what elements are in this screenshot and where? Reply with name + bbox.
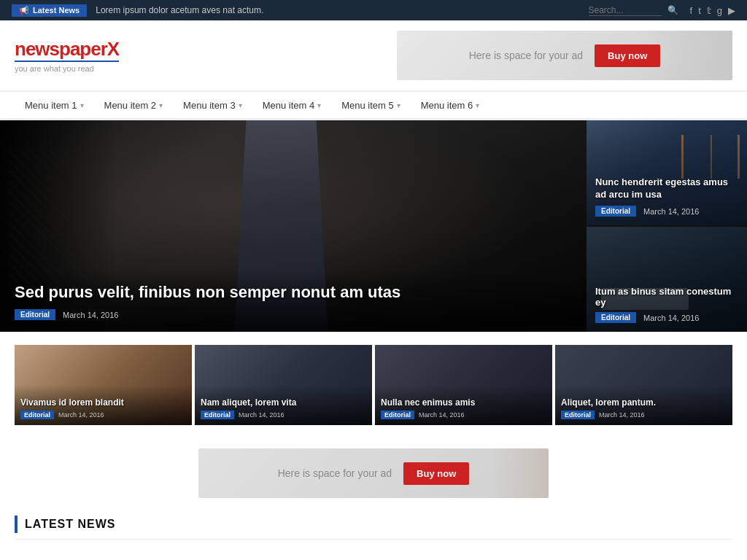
latest-news-title: LATEST NEWS	[25, 518, 115, 531]
nav-item-4[interactable]: Menu item 4 ▾	[252, 90, 332, 120]
hero-main-date: March 14, 2016	[63, 311, 118, 319]
thumb-caption-4: Aliquet, lorem pantum. Editorial March 1…	[555, 392, 732, 425]
ad-banner-2: Here is space for your ad Buy now	[198, 448, 549, 498]
nav-item-6[interactable]: Menu item 6 ▾	[411, 90, 490, 120]
thumb-date-3: March 14, 2016	[419, 411, 465, 419]
nav-item-1[interactable]: Menu item 1 ▾	[15, 90, 94, 120]
logo-tagline: you are what you read	[15, 61, 119, 73]
social-links: f t 𝕥 g ▶	[690, 5, 735, 16]
hero-top-right-title: Nunc hendrerit egestas amus ad arcu im u…	[595, 176, 738, 201]
thumb-meta-1: Editorial March 14, 2016	[20, 411, 186, 419]
logo-x: X	[107, 38, 119, 60]
ad-section-2: Here is space for your ad Buy now	[0, 438, 747, 508]
hero-main-meta: Editorial March 14, 2016	[15, 309, 572, 320]
latest-news-section: LATEST NEWS	[0, 508, 747, 560]
hero-bottom-right-badge: Editorial	[595, 312, 636, 323]
logo-text: newspaperX	[15, 38, 119, 61]
ticker-text: Lorem ipsum dolor acetum aves nat actum.	[96, 5, 579, 15]
thumb-title-1: Vivamus id lorem blandit	[20, 397, 186, 408]
thumb-title-4: Aliquet, lorem pantum.	[561, 397, 727, 408]
hero-bottom-right-title: Itum as binus sitam conestum ey	[595, 286, 738, 308]
hero-right-column: Nunc hendrerit egestas amus ad arcu im u…	[587, 120, 747, 332]
thumb-item-4[interactable]: Aliquet, lorem pantum. Editorial March 1…	[555, 345, 732, 425]
thumb-badge-2: Editorial	[201, 411, 234, 419]
thumb-badge-3: Editorial	[381, 411, 414, 419]
thumb-caption-1: Vivamus id lorem blandit Editorial March…	[15, 392, 192, 425]
ad-text-2: Here is space for your ad	[278, 467, 392, 479]
top-bar: 📢 Latest News Lorem ipsum dolor acetum a…	[0, 0, 747, 20]
nav-item-2[interactable]: Menu item 2 ▾	[94, 90, 174, 120]
youtube-icon[interactable]: ▶	[728, 5, 735, 16]
chevron-down-icon: ▾	[397, 101, 400, 109]
thumb-meta-3: Editorial March 14, 2016	[381, 411, 546, 419]
chevron-down-icon: ▾	[317, 101, 321, 109]
thumb-title-3: Nulla nec enimus amis	[381, 397, 546, 408]
chevron-down-icon: ▾	[80, 101, 84, 109]
thumb-meta-2: Editorial March 14, 2016	[201, 411, 366, 419]
search-area: 🔍	[589, 5, 678, 16]
title-bar-accent	[15, 516, 18, 533]
googleplus-icon[interactable]: g	[717, 5, 722, 16]
megaphone-icon: 📢	[19, 6, 29, 15]
hero-top-right-meta: Editorial March 14, 2016	[595, 206, 738, 217]
thumb-item-1[interactable]: Vivamus id lorem blandit Editorial March…	[15, 345, 192, 425]
hero-bottom-right-meta: Editorial March 14, 2016	[595, 312, 738, 323]
header: newspaperX you are what you read Here is…	[0, 20, 747, 91]
thumbnails-section: Vivamus id lorem blandit Editorial March…	[0, 332, 747, 438]
search-input[interactable]	[589, 5, 662, 16]
hero-main-article[interactable]: Sed purus velit, finibus non semper nonu…	[0, 120, 587, 332]
header-buy-now-button[interactable]: Buy now	[595, 44, 660, 67]
hero-bottom-right-article[interactable]: Itum as binus sitam conestum ey Editoria…	[587, 227, 747, 332]
hero-top-right-date: March 14, 2016	[643, 207, 699, 216]
header-ad-banner: Here is space for your ad Buy now	[397, 31, 732, 80]
latest-news-badge: 📢 Latest News	[12, 4, 87, 17]
thumb-date-1: March 14, 2016	[58, 411, 104, 419]
chevron-down-icon: ▾	[159, 101, 163, 109]
hero-main-title: Sed purus velit, finibus non semper nonu…	[15, 282, 572, 303]
thumb-caption-3: Nulla nec enimus amis Editorial March 14…	[375, 392, 552, 425]
header-ad-text: Here is space for your ad	[469, 50, 583, 61]
hero-main-badge: Editorial	[15, 309, 55, 320]
thumb-caption-2: Nam aliquet, lorem vita Editorial March …	[195, 392, 372, 425]
hero-top-right-article[interactable]: Nunc hendrerit egestas amus ad arcu im u…	[587, 120, 747, 227]
thumb-title-2: Nam aliquet, lorem vita	[201, 397, 366, 408]
thumb-item-2[interactable]: Nam aliquet, lorem vita Editorial March …	[195, 345, 372, 425]
thumb-date-2: March 14, 2016	[239, 411, 285, 419]
navigation: Menu item 1 ▾ Menu item 2 ▾ Menu item 3 …	[0, 91, 747, 120]
chevron-down-icon: ▾	[476, 101, 479, 109]
chevron-down-icon: ▾	[239, 101, 242, 109]
hero-bottom-right-date: March 14, 2016	[643, 314, 699, 322]
hero-top-right-badge: Editorial	[595, 206, 636, 217]
hero-bottom-right-caption: Itum as binus sitam conestum ey Editoria…	[595, 286, 738, 323]
latest-news-heading: LATEST NEWS	[15, 516, 732, 540]
search-icon[interactable]: 🔍	[667, 5, 678, 15]
thumb-date-4: March 14, 2016	[599, 411, 645, 419]
tumblr-icon[interactable]: t	[698, 5, 701, 16]
nav-item-5[interactable]: Menu item 5 ▾	[331, 90, 411, 120]
thumb-item-3[interactable]: Nulla nec enimus amis Editorial March 14…	[375, 345, 552, 425]
buy-now-button-2[interactable]: Buy now	[403, 462, 469, 485]
logo: newspaperX you are what you read	[15, 38, 119, 73]
hero-section: Sed purus velit, finibus non semper nonu…	[0, 120, 747, 332]
logo-main: newspaper	[15, 38, 107, 60]
hero-main-caption: Sed purus velit, finibus non semper nonu…	[0, 271, 587, 332]
thumb-badge-1: Editorial	[20, 411, 54, 419]
thumb-meta-4: Editorial March 14, 2016	[561, 411, 727, 419]
thumbnails-row: Vivamus id lorem blandit Editorial March…	[15, 345, 732, 425]
facebook-icon[interactable]: f	[690, 5, 693, 16]
twitter-icon[interactable]: 𝕥	[707, 5, 711, 16]
thumb-badge-4: Editorial	[561, 411, 595, 419]
hero-top-right-caption: Nunc hendrerit egestas amus ad arcu im u…	[595, 176, 738, 217]
latest-news-label: Latest News	[33, 6, 80, 15]
nav-item-3[interactable]: Menu item 3 ▾	[173, 90, 252, 120]
